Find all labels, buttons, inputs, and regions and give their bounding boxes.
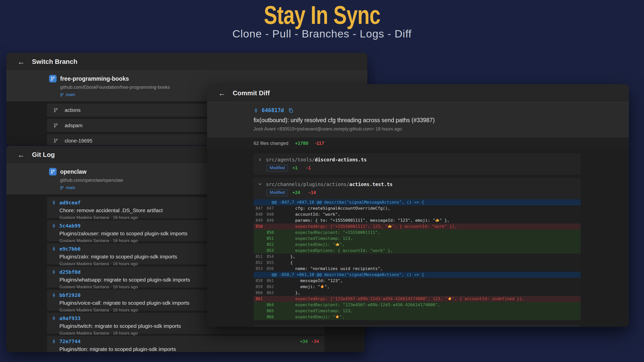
new-line-number: 849 [265,217,276,223]
chevron-down-icon [258,182,262,186]
file-header[interactable]: src/agents/tools/discord-actions.ts [254,153,581,162]
diff-line: 847 847 cfg: createSignalAccountOverride… [254,205,581,211]
old-line-number: 853 [254,266,265,272]
diff-line: 853 expectedOptions: { accountId: "work"… [254,248,581,254]
old-line-number: 852 [254,260,265,266]
new-line-number: 848 [265,211,276,217]
total-additions: +1780 [295,141,308,146]
diff-code: expectedEmoji: "", [276,242,344,248]
diff-line: 861 expectedArgs: ["123e4567-e89b-12d3-a… [254,296,581,302]
file-header[interactable]: src/channels/plugins/actions/signal.ts [254,325,581,327]
commit-message: fix(outbound): unify resolved cfg thread… [254,117,619,124]
branch-name: actions [65,107,80,113]
status-badge: Modified [267,189,288,196]
status-badge: Modified [267,165,288,171]
new-line-number: 855 [265,260,276,266]
repo-name: openclaw [60,168,87,175]
changed-file-list: src/agents/tools/discord-actions.ts Modi… [207,149,629,327]
changed-file-row: src/channels/plugins/actions/actions.tes… [254,178,581,322]
file-deletions: -14 [308,190,316,195]
page-heading: Stay In Sync Clone - Pull - Branches - L… [0,2,644,40]
git-commit-icon [52,316,56,321]
old-line-number: 858 [254,278,265,284]
git-commit-icon [52,270,56,274]
file-additions: +24 [292,190,300,195]
diff-code: messageId: "123", [276,278,343,284]
back-arrow-icon[interactable]: ← [17,58,25,66]
diff-code: expectedArgs: ["+15550001111", 123, "", … [276,223,457,230]
fire-emoji [448,296,452,301]
copy-icon[interactable] [288,108,293,113]
file-badges: Modified +1 -1 [254,162,581,175]
old-line-number: 861 [254,296,265,302]
diff-code: name: "normalizes uuid recipients", [276,266,383,272]
new-line-number: 854 [265,254,276,260]
old-line-number: 850 [254,223,265,230]
commit-author: Josh Avant <830519+joshavant@users.norep… [254,126,619,132]
new-line-number: 850 [265,230,276,236]
diff-code: expectedEmoji: "", [276,314,344,320]
diff-code: expectedRecipient: "123e4567-e89b-12d3-a… [276,302,440,308]
repo-branch-name: main [66,185,75,190]
old-line-number [254,308,265,314]
diff-line: 853 856 name: "normalizes uuid recipient… [254,266,581,272]
new-line-number [265,223,276,230]
commit-diffstat: +34-34 [300,339,319,344]
commit-hash: d25bf0d [59,269,80,275]
git-branch-icon [60,93,64,97]
thumbs-up-emoji [435,218,439,222]
diff-line: 852 855 { [254,260,581,266]
git-log-title: Git Log [32,151,55,159]
commit-row[interactable]: 72e7744 +34-34 Plugins/tlon: migrate to … [47,336,325,352]
old-line-number: 851 [254,254,265,260]
git-commit-icon [52,247,56,251]
commit-hash: 5c4ab99 [59,223,80,229]
diff-line: 848 848 accountId: "work", [254,211,581,217]
diff-line: 851 854 }, [254,254,581,260]
new-line-number: 864 [265,302,276,308]
file-deletions: -1 [306,165,311,170]
hunk-header: @@ -858,7 +861,10 @@ describe("signalMes… [254,272,581,278]
diff-code: emoji: "", [276,284,330,290]
diff-code: expectedRecipient: "+15550001111", [276,230,380,236]
diff-line: 851 expectedTimestamp: 123, [254,236,581,242]
files-changed: 62 files changed [254,141,288,146]
commit-message: Plugins/tlon: migrate to scoped plugin-s… [59,346,318,352]
old-line-number: 849 [254,217,265,223]
commit-diff-header: ← Commit Diff [207,84,629,102]
commit-meta: Gustavo Madeira Santana · 16 hours ago [59,331,318,336]
diff-line: 852 expectedEmoji: "", [254,242,581,248]
repo-icon [49,75,57,82]
changed-file-row: src/agents/tools/discord-actions.ts Modi… [254,153,581,175]
commit-hash: 72e7744 [59,338,80,344]
git-commit-icon [52,339,56,344]
back-arrow-icon[interactable]: ← [218,89,226,97]
new-line-number [265,296,276,302]
hunk-text: @@ -847,7 +847,10 @@ describe("signalMes… [254,199,424,205]
diff-line: 859 862 emoji: "", [254,284,581,290]
diff-stats: 62 files changed +1780 -117 [207,137,629,149]
old-line-number: 859 [254,284,265,290]
old-line-number [254,248,265,254]
git-commit-icon [52,223,56,228]
old-line-number [254,302,265,308]
git-commit-icon [254,108,258,113]
diff-hunks: @@ -847,7 +847,10 @@ describe("signalMes… [254,199,581,322]
old-line-number [254,236,265,242]
back-arrow-icon[interactable]: ← [17,151,25,159]
new-line-number: 861 [265,278,276,284]
diff-line: 849 849 params: { to: "+15550001111", me… [254,217,581,223]
new-line-number: 856 [265,266,276,272]
file-header[interactable]: src/channels/plugins/actions/actions.tes… [254,178,581,187]
fire-emoji [335,314,340,319]
old-line-number: 860 [254,290,265,296]
chevron-right-icon [258,158,262,162]
commit-diff-dialog: ← Commit Diff 646817d fix(outbound): uni… [207,84,629,327]
file-path: src/channels/plugins/actions/actions.tes… [266,182,392,187]
diff-line: 864 expectedRecipient: "123e4567-e89b-12… [254,302,581,308]
hunk-header: @@ -847,7 +847,10 @@ describe("signalMes… [254,199,581,205]
diff-code: expectedTimestamp: 123, [276,236,353,242]
old-line-number: 848 [254,211,265,217]
old-line-number [254,314,265,320]
diff-code: accountId: "work", [276,211,340,217]
